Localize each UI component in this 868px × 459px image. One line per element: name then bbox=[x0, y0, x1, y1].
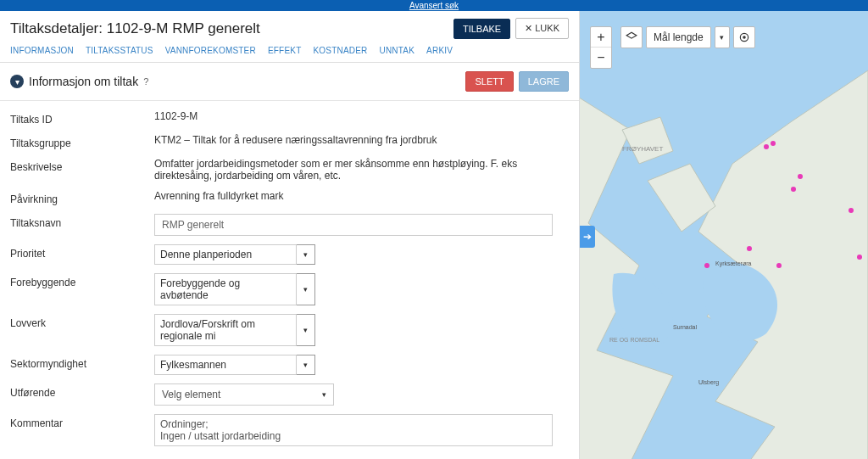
zoom-in-button[interactable]: + bbox=[591, 27, 611, 48]
map-canvas[interactable]: FRØYHAVET Kyrksæterøra Surnadal RE OG RO… bbox=[580, 11, 868, 459]
value-pavirkning: Avrenning fra fulldyrket mark bbox=[154, 190, 569, 202]
tab-tiltaksstatus[interactable]: TILTAKSSTATUS bbox=[86, 46, 153, 55]
close-button[interactable]: ✕ LUKK bbox=[515, 18, 569, 39]
label-kommentar: Kommentar bbox=[10, 414, 154, 429]
tab-arkiv[interactable]: ARKIV bbox=[426, 46, 453, 55]
svg-point-5 bbox=[747, 246, 752, 251]
map-layers-button[interactable] bbox=[620, 26, 643, 48]
prioritet-select-toggle[interactable]: ▾ bbox=[297, 244, 315, 265]
svg-point-4 bbox=[791, 187, 796, 192]
tab-unntak[interactable]: UNNTAK bbox=[380, 46, 415, 55]
back-button[interactable]: TILBAKE bbox=[453, 19, 510, 39]
label-utforende: Utførende bbox=[10, 383, 154, 399]
svg-point-3 bbox=[798, 174, 803, 179]
tab-effekt[interactable]: EFFEKT bbox=[268, 46, 302, 55]
collapse-map-button[interactable]: ➔ bbox=[580, 226, 595, 248]
section-info-title: Informasjon om tiltak bbox=[29, 75, 138, 88]
svg-text:Ulsberg: Ulsberg bbox=[698, 379, 719, 386]
label-sektor: Sektormyndighet bbox=[10, 355, 154, 370]
tab-bar: INFORMASJON TILTAKSSTATUS VANNFOREKOMSTE… bbox=[0, 42, 579, 63]
value-tiltaks-id: 1102-9-M bbox=[154, 110, 569, 122]
tab-vannforekomster[interactable]: VANNFOREKOMSTER bbox=[165, 46, 256, 55]
label-tiltaks-id: Tiltaks ID bbox=[10, 110, 154, 126]
tiltaksnavn-input[interactable] bbox=[154, 214, 553, 236]
prioritet-select[interactable]: Denne planperioden bbox=[154, 244, 297, 265]
target-icon bbox=[738, 31, 750, 43]
close-icon: ✕ bbox=[525, 23, 532, 33]
layers-icon bbox=[626, 31, 637, 43]
label-pavirkning: Påvirkning bbox=[10, 190, 154, 205]
delete-button[interactable]: SLETT bbox=[465, 71, 513, 92]
detail-panel: Tiltaksdetaljer: 1102-9-M RMP generelt T… bbox=[0, 11, 580, 459]
lovverk-select[interactable]: Jordlova/Forskrift om regionale mi bbox=[154, 314, 297, 346]
map-target-button[interactable] bbox=[733, 26, 755, 48]
zoom-out-button[interactable]: − bbox=[591, 48, 611, 68]
page-title: Tiltaksdetaljer: 1102-9-M RMP generelt bbox=[10, 20, 453, 37]
svg-text:Kyrksæterøra: Kyrksæterøra bbox=[715, 260, 752, 267]
kommentar-textarea[interactable] bbox=[154, 414, 553, 446]
svg-point-1 bbox=[764, 144, 769, 149]
sektor-select[interactable]: Fylkesmannen bbox=[154, 355, 297, 375]
tab-informasjon[interactable]: INFORMASJON bbox=[10, 46, 74, 55]
svg-marker-15 bbox=[626, 32, 637, 38]
svg-point-9 bbox=[857, 255, 862, 260]
help-icon[interactable]: ? bbox=[143, 76, 148, 87]
svg-point-7 bbox=[776, 263, 782, 268]
save-button[interactable]: LAGRE bbox=[519, 71, 569, 92]
forebyggende-select[interactable]: Forebyggende og avbøtende bbox=[154, 273, 297, 305]
svg-point-17 bbox=[743, 36, 745, 38]
measure-dropdown-button[interactable]: ▾ bbox=[715, 26, 730, 48]
label-beskrivelse: Beskrivelse bbox=[10, 158, 154, 173]
lovverk-select-toggle[interactable]: ▾ bbox=[297, 314, 315, 346]
label-forebyggende: Forebyggende bbox=[10, 273, 154, 288]
svg-point-6 bbox=[704, 263, 709, 268]
sektor-select-toggle[interactable]: ▾ bbox=[297, 355, 315, 375]
forebyggende-select-toggle[interactable]: ▾ bbox=[297, 273, 315, 305]
utforende-select[interactable]: Velg element▾ bbox=[154, 383, 334, 406]
label-navn: Tiltaksnavn bbox=[10, 214, 154, 229]
svg-point-8 bbox=[849, 208, 854, 213]
tab-kostnader[interactable]: KOSTNADER bbox=[313, 46, 367, 55]
advanced-search-link[interactable]: Avansert søk bbox=[0, 0, 868, 11]
label-prioritet: Prioritet bbox=[10, 244, 154, 260]
svg-point-2 bbox=[771, 141, 776, 146]
value-gruppe: KTM2 – Tiltak for å redusere næringssalt… bbox=[154, 134, 569, 146]
svg-text:RE OG ROMSDAL: RE OG ROMSDAL bbox=[609, 337, 659, 343]
label-lovverk: Lovverk bbox=[10, 314, 154, 329]
svg-text:Surnadal: Surnadal bbox=[673, 324, 697, 330]
svg-text:FRØYHAVET: FRØYHAVET bbox=[622, 145, 663, 153]
label-gruppe: Tiltaksgruppe bbox=[10, 134, 154, 149]
toggle-info-icon[interactable]: ▾ bbox=[10, 75, 24, 88]
measure-length-button[interactable]: Mål lengde bbox=[646, 26, 711, 48]
value-beskrivelse: Omfatter jordarbeidingsmetoder som er me… bbox=[154, 158, 569, 182]
map-panel[interactable]: FRØYHAVET Kyrksæterøra Surnadal RE OG RO… bbox=[580, 11, 868, 459]
